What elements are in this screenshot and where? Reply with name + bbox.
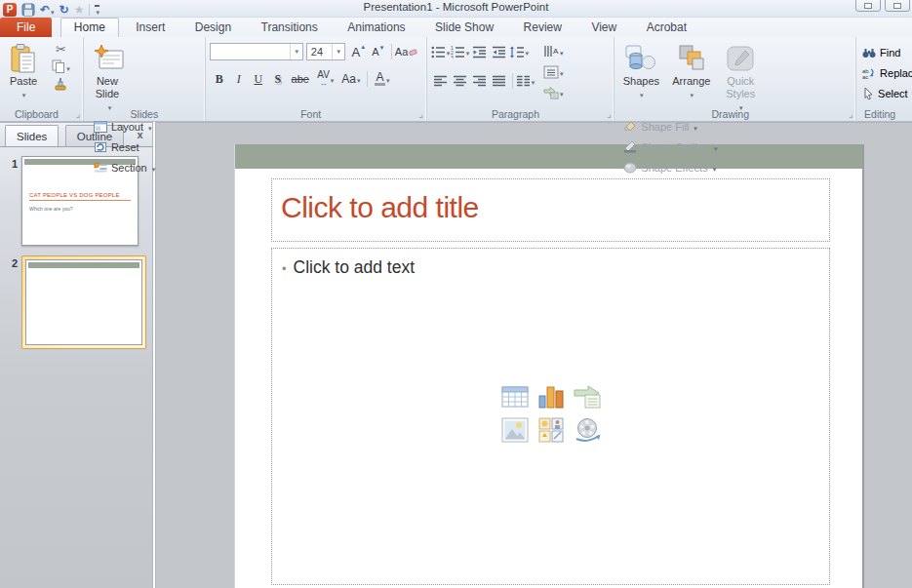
slide-theme-bar xyxy=(235,144,862,169)
insert-media-icon[interactable] xyxy=(571,414,604,446)
shrink-font-button[interactable]: A▼ xyxy=(369,42,388,61)
tab-file[interactable]: File xyxy=(0,18,52,37)
group-editing: Find abac Replace Select Editing xyxy=(856,37,912,121)
slide-number: 1 xyxy=(0,156,21,246)
thumb-subtitle-text: Which one are you? xyxy=(29,206,72,212)
tab-acrobat[interactable]: Acrobat xyxy=(634,18,699,37)
bullets-button[interactable] xyxy=(431,42,451,61)
tab-view[interactable]: View xyxy=(578,18,629,37)
increase-indent-icon xyxy=(492,46,506,59)
body-placeholder-text: Click to add text xyxy=(294,257,416,278)
slide-2-thumb[interactable] xyxy=(25,259,142,345)
increase-indent-button[interactable] xyxy=(490,42,509,61)
text-direction-icon: A xyxy=(543,45,559,58)
text-direction-button[interactable]: A xyxy=(543,41,564,61)
svg-text:ac: ac xyxy=(862,74,868,79)
select-button[interactable]: Select xyxy=(862,83,912,103)
shape-outline-button[interactable]: Shape Outline xyxy=(623,137,717,157)
tab-slides[interactable]: Slides xyxy=(5,125,59,146)
character-spacing-button[interactable]: AV↔ xyxy=(313,69,338,89)
insert-clipart-icon[interactable] xyxy=(535,414,568,446)
underline-button[interactable]: U xyxy=(249,69,268,89)
find-button[interactable]: Find xyxy=(862,42,912,62)
align-text-button[interactable] xyxy=(543,61,564,82)
decrease-indent-button[interactable] xyxy=(470,42,490,61)
tab-design[interactable]: Design xyxy=(182,18,244,37)
group-slides: New Slide Layout Reset Section Slides xyxy=(84,37,206,121)
insert-picture-icon[interactable] xyxy=(498,414,532,446)
eraser-icon xyxy=(409,48,417,57)
bullets-icon xyxy=(431,46,446,59)
grow-font-button[interactable]: A▲ xyxy=(349,42,369,61)
section-button[interactable]: Section xyxy=(91,157,158,177)
svg-text:ab: ab xyxy=(862,67,869,73)
powerpoint-window: P ↶ ↻ ★ Presentation1 - Microsoft PowerP… xyxy=(0,0,912,588)
slides-panel: Slides Outline x 1 CAT PEOPLE VS DOG PEO… xyxy=(0,122,152,588)
shape-effects-button[interactable]: Shape Effects xyxy=(623,157,717,177)
paste-button[interactable]: Paste xyxy=(4,40,43,101)
align-right-button[interactable] xyxy=(470,71,490,91)
change-case-button[interactable]: Aa xyxy=(338,69,364,89)
insert-chart-icon[interactable] xyxy=(535,381,568,412)
content-placeholder[interactable]: • Click to add text xyxy=(271,248,830,585)
arrange-button[interactable]: Arrange xyxy=(668,40,715,101)
font-size-combo[interactable]: 24 xyxy=(306,43,345,60)
thumb-theme-bar xyxy=(28,262,139,268)
replace-button[interactable]: abac Replace xyxy=(862,62,912,83)
align-center-button[interactable] xyxy=(451,71,470,91)
convert-smartart-button[interactable] xyxy=(543,82,564,102)
line-spacing-icon xyxy=(509,46,525,59)
slide-canvas[interactable]: Click to add title • Click to add text xyxy=(235,144,862,588)
smartart-convert-icon xyxy=(543,86,559,99)
strikethrough-button[interactable]: abe xyxy=(288,69,313,89)
insert-smartart-icon[interactable] xyxy=(571,381,604,412)
tab-slide-show[interactable]: Slide Show xyxy=(422,18,506,37)
section-icon xyxy=(94,162,107,174)
title-placeholder[interactable]: Click to add title xyxy=(271,178,830,242)
format-painter-button[interactable] xyxy=(51,75,70,93)
copy-button[interactable] xyxy=(51,58,70,75)
paragraph-dialog-launcher[interactable]: ⌟ xyxy=(607,110,611,119)
drawing-dialog-launcher[interactable]: ⌟ xyxy=(849,110,853,119)
maximize-button[interactable] xyxy=(885,0,910,12)
selected-slide-frame xyxy=(21,255,146,349)
tab-review[interactable]: Review xyxy=(511,18,575,37)
align-right-icon xyxy=(472,75,487,87)
quick-styles-icon xyxy=(722,42,759,75)
font-name-combo[interactable] xyxy=(210,43,303,60)
line-spacing-button[interactable] xyxy=(509,42,530,61)
columns-button[interactable] xyxy=(516,71,535,91)
font-color-swatch xyxy=(375,83,385,86)
font-dialog-launcher[interactable]: ⌟ xyxy=(418,110,422,119)
find-binoculars-icon xyxy=(862,47,876,59)
slide-editing-area: Click to add title • Click to add text xyxy=(156,122,912,588)
cut-button[interactable]: ✂ xyxy=(51,40,70,58)
slide-thumbnail-2[interactable]: 2 xyxy=(0,255,152,349)
shapes-icon xyxy=(621,42,660,75)
numbering-button[interactable]: 123 xyxy=(451,42,470,61)
arrange-icon xyxy=(671,42,712,75)
minimize-button[interactable] xyxy=(855,0,881,12)
shapes-button[interactable]: Shapes xyxy=(618,40,663,101)
quick-styles-button[interactable]: Quick Styles xyxy=(719,40,762,114)
tab-home[interactable]: Home xyxy=(60,18,119,37)
format-painter-icon xyxy=(54,77,67,91)
clipboard-dialog-launcher[interactable]: ⌟ xyxy=(76,110,80,119)
font-color-button[interactable]: A xyxy=(371,69,394,89)
align-left-button[interactable] xyxy=(431,71,451,91)
italic-button[interactable]: I xyxy=(229,69,249,89)
title-bar: P ↶ ↻ ★ Presentation1 - Microsoft PowerP… xyxy=(0,0,912,18)
tab-animations[interactable]: Animations xyxy=(335,18,417,37)
tab-transitions[interactable]: Transitions xyxy=(249,18,331,37)
bold-button[interactable]: B xyxy=(210,69,229,89)
shape-effects-icon xyxy=(623,161,637,174)
insert-table-icon[interactable] xyxy=(498,381,532,412)
justify-button[interactable] xyxy=(490,71,509,91)
new-slide-icon xyxy=(91,42,128,75)
text-shadow-button[interactable]: S xyxy=(268,69,288,89)
new-slide-button[interactable]: New Slide xyxy=(88,40,131,114)
align-center-icon xyxy=(453,75,467,87)
tab-insert[interactable]: Insert xyxy=(123,18,178,37)
clear-formatting-button[interactable]: Aa xyxy=(395,42,417,61)
reset-button[interactable]: Reset xyxy=(91,137,158,157)
